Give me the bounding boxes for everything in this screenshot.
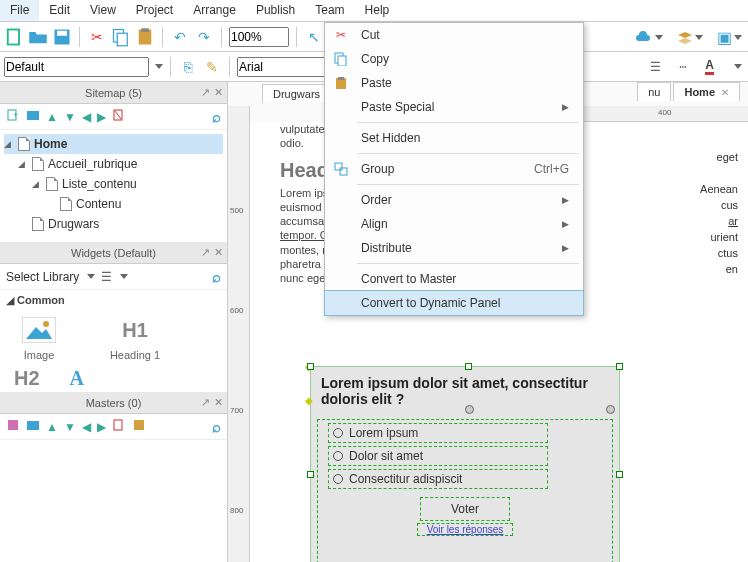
indent-icon[interactable]: ▶ — [97, 110, 106, 124]
ctx-convert-master[interactable]: Convert to Master — [325, 267, 583, 291]
tree-node-liste[interactable]: ◢Liste_contenu — [4, 174, 223, 194]
search-icon[interactable]: ⌕ — [212, 418, 221, 435]
tab-home[interactable]: Home✕ — [673, 82, 740, 101]
cloud-icon[interactable] — [635, 31, 663, 45]
save-icon[interactable] — [52, 27, 72, 47]
preview-icon[interactable]: ▣ — [717, 28, 742, 47]
widget-label[interactable]: A — [70, 367, 84, 390]
ctx-set-hidden[interactable]: Set Hidden — [325, 126, 583, 150]
brush-icon[interactable]: ✎ — [202, 57, 222, 77]
poll-option[interactable]: Consectitur adispiscit — [328, 469, 548, 489]
outdent-icon[interactable]: ◀ — [82, 420, 91, 434]
widget-image[interactable]: Image — [4, 315, 74, 361]
cut-icon[interactable]: ✂ — [87, 27, 107, 47]
ctx-convert-dynamic-panel[interactable]: Convert to Dynamic Panel — [324, 290, 584, 316]
search-icon[interactable]: ⌕ — [212, 268, 221, 285]
widget-heading2[interactable]: H2 — [14, 367, 40, 390]
add-folder-icon[interactable] — [26, 108, 40, 125]
body-text-right[interactable]: eget Aenean cus ar urient ctus en — [678, 150, 738, 278]
menu-edit[interactable]: Edit — [39, 0, 80, 21]
select-library-dropdown[interactable]: Select Library — [6, 270, 79, 284]
new-file-icon[interactable] — [4, 27, 24, 47]
image-widget-icon — [19, 315, 59, 345]
pointer-icon[interactable]: ↖ — [304, 27, 324, 47]
add-page-icon[interactable]: + — [6, 108, 20, 125]
move-down-icon[interactable]: ▼ — [64, 420, 76, 434]
page-icon — [18, 137, 30, 151]
panel-popout-icon[interactable]: ↗ — [201, 86, 210, 99]
zoom-select[interactable] — [229, 27, 289, 47]
page-icon — [32, 217, 44, 231]
ctx-paste[interactable]: Paste — [325, 71, 583, 95]
menu-help[interactable]: Help — [355, 0, 400, 21]
menu-publish[interactable]: Publish — [246, 0, 305, 21]
open-folder-icon[interactable] — [28, 27, 48, 47]
paste-icon[interactable] — [135, 27, 155, 47]
page-icon — [46, 177, 58, 191]
move-down-icon[interactable]: ▼ — [64, 110, 76, 124]
menu-arrange[interactable]: Arrange — [183, 0, 246, 21]
ctx-paste-special[interactable]: Paste Special▶ — [325, 95, 583, 119]
layers-icon[interactable] — [677, 31, 703, 45]
add-folder-icon[interactable] — [26, 418, 40, 435]
list-spacing-icon[interactable]: ⵈ — [679, 60, 687, 74]
add-master-icon[interactable] — [6, 418, 20, 435]
menu-team[interactable]: Team — [305, 0, 354, 21]
close-icon[interactable]: ✕ — [721, 87, 729, 98]
ctx-distribute[interactable]: Distribute▶ — [325, 236, 583, 260]
indent-icon[interactable]: ▶ — [97, 420, 106, 434]
ctx-group[interactable]: GroupCtrl+G — [325, 157, 583, 181]
see-responses-link[interactable]: Voir les réponses — [417, 523, 513, 536]
delete-icon[interactable] — [112, 108, 126, 125]
paste-icon — [333, 75, 349, 91]
radio-icon — [333, 451, 343, 461]
list-bullet-icon[interactable]: ☰ — [650, 60, 661, 74]
panel-popout-icon[interactable]: ↗ — [201, 246, 210, 259]
font-select[interactable] — [237, 57, 337, 77]
redo-icon[interactable]: ↷ — [194, 27, 214, 47]
masters-panel-header: Masters (0) ↗✕ — [0, 392, 227, 414]
svg-rect-2 — [57, 30, 67, 35]
menu-file[interactable]: File — [0, 0, 39, 21]
widget-heading1[interactable]: H1 Heading 1 — [100, 315, 170, 361]
menu-view[interactable]: View — [80, 0, 126, 21]
svg-rect-16 — [8, 420, 18, 430]
menubar: File Edit View Project Arrange Publish T… — [0, 0, 748, 22]
move-up-icon[interactable]: ▲ — [46, 110, 58, 124]
tree-node-contenu[interactable]: Contenu — [4, 194, 223, 214]
tree-node-drugwars[interactable]: Drugwars — [4, 214, 223, 234]
format-painter-icon[interactable]: ⎘ — [178, 57, 198, 77]
ctx-copy[interactable]: Copy — [325, 47, 583, 71]
style-select[interactable] — [4, 57, 149, 77]
undo-icon[interactable]: ↶ — [170, 27, 190, 47]
tree-node-accueil[interactable]: ◢Accueil_rubrique — [4, 154, 223, 174]
search-icon[interactable]: ⌕ — [212, 108, 221, 125]
tab-drugwars[interactable]: Drugwars — [262, 84, 331, 103]
menu-icon[interactable]: ☰ — [101, 270, 112, 284]
tree-node-home[interactable]: ◢Home — [4, 134, 223, 154]
ctx-cut[interactable]: ✂Cut — [325, 23, 583, 47]
outdent-icon[interactable]: ◀ — [82, 110, 91, 124]
ctx-align[interactable]: Align▶ — [325, 212, 583, 236]
poll-widget-group[interactable]: ◆ ◆ Lorem ipsum dolor sit amet, consecti… — [310, 366, 620, 562]
panel-close-icon[interactable]: ✕ — [214, 396, 223, 409]
poll-question[interactable]: Lorem ipsum dolor sit amet, consectitur … — [311, 367, 619, 411]
delete-icon[interactable] — [112, 418, 126, 435]
poll-option[interactable]: Lorem ipsum — [328, 423, 548, 443]
move-up-icon[interactable]: ▲ — [46, 420, 58, 434]
copy-icon[interactable] — [111, 27, 131, 47]
panel-close-icon[interactable]: ✕ — [214, 246, 223, 259]
tab-ellipsis[interactable]: nu — [637, 82, 671, 101]
svg-rect-0 — [8, 29, 19, 44]
widget-category-common[interactable]: ◢ Common — [0, 290, 227, 311]
text-color-icon[interactable]: A — [705, 58, 714, 75]
panel-popout-icon[interactable]: ↗ — [201, 396, 210, 409]
svg-rect-19 — [134, 420, 144, 430]
poll-option[interactable]: Dolor sit amet — [328, 446, 548, 466]
radio-icon — [333, 428, 343, 438]
panel-close-icon[interactable]: ✕ — [214, 86, 223, 99]
vote-button[interactable]: Voter — [420, 497, 510, 521]
usage-icon[interactable] — [132, 418, 146, 435]
ctx-order[interactable]: Order▶ — [325, 188, 583, 212]
menu-project[interactable]: Project — [126, 0, 183, 21]
